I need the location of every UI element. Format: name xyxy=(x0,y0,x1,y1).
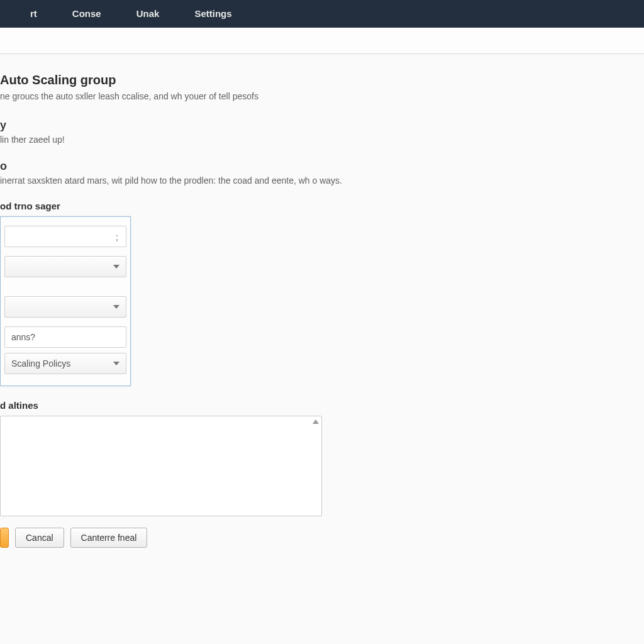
cancel-button[interactable]: Cancal xyxy=(15,528,64,548)
textarea-wrapper xyxy=(0,416,322,516)
nav-item-rt[interactable]: rt xyxy=(13,0,55,28)
content-area: Auto Scaling group ne groucs the auto sx… xyxy=(0,54,644,560)
chevron-down-icon xyxy=(113,265,119,269)
page-description: ne groucs the auto sxller leash ccalise,… xyxy=(0,91,638,101)
field-4-value: anns? xyxy=(11,332,35,342)
section-2-description: inerrat saxskten atard mars, wit pild ho… xyxy=(0,175,638,186)
scaling-form-box: ; anns? Scaling Policys xyxy=(0,216,131,386)
textarea-label: d altines xyxy=(0,400,638,411)
chevron-down-icon xyxy=(113,362,119,365)
section-1-description: lin ther zaeel up! xyxy=(0,135,638,145)
scroll-up-icon xyxy=(313,419,319,424)
continue-button[interactable]: Canterre fneal xyxy=(70,528,148,548)
nav-item-conse[interactable]: Conse xyxy=(55,0,119,28)
top-nav: rt Conse Unak Settings xyxy=(0,0,644,28)
field-2-select[interactable] xyxy=(4,256,126,277)
toolbar-strip xyxy=(0,28,644,54)
form-box-label: od trno sager xyxy=(0,201,638,211)
section-1-title: y xyxy=(0,119,638,132)
field-1-spinner-icon: ; xyxy=(116,231,118,242)
field-1-input[interactable]: ; xyxy=(4,226,126,247)
nav-item-settings[interactable]: Settings xyxy=(177,0,249,28)
section-2-title: o xyxy=(0,160,638,173)
primary-button[interactable] xyxy=(0,528,9,548)
chevron-down-icon xyxy=(113,305,119,309)
field-3-select[interactable] xyxy=(4,296,126,318)
description-textarea[interactable] xyxy=(0,416,322,516)
field-4-input[interactable]: anns? xyxy=(4,326,126,348)
page-title: Auto Scaling group xyxy=(0,73,638,87)
field-5-value: Scaling Policys xyxy=(11,358,70,369)
button-row: Cancal Canterre fneal xyxy=(0,528,638,548)
nav-item-unak[interactable]: Unak xyxy=(119,0,177,28)
field-5-select[interactable]: Scaling Policys xyxy=(4,353,126,374)
